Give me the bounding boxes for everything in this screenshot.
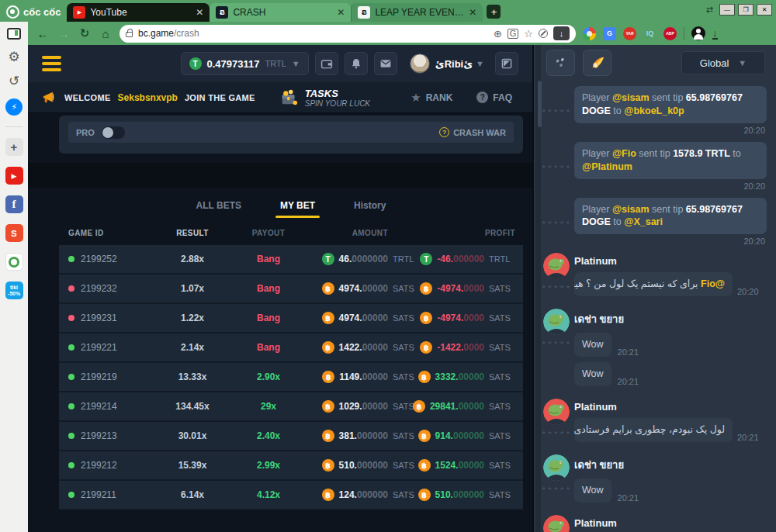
pro-toggle[interactable]	[102, 126, 125, 139]
balance-selector[interactable]: T 0.47973117 TRTL ▼	[181, 52, 309, 75]
table-row[interactable]: 21992522.88xBangT46.0000000TRTLT-46.0000…	[59, 245, 523, 275]
translate-icon[interactable]: G	[508, 29, 519, 39]
chat-bubble[interactable]: @Fio برای که نیستم یک لول من ؟ هیجی tip …	[574, 272, 733, 296]
tab-crash-active[interactable]: Ƀ CRASH ✕	[210, 3, 351, 22]
welcome-player-name[interactable]: Seksbsnxvpb	[118, 92, 178, 103]
table-row[interactable]: 2199214134.45x29x฿1029.00000SATS฿29841.0…	[59, 392, 523, 422]
iq-extension-icon[interactable]: IQ	[643, 27, 656, 40]
user-avatar[interactable]	[543, 309, 570, 335]
table-row[interactable]: 21992116.14x4.12x฿124.000000SATS฿510.000…	[59, 481, 523, 510]
youtube-shortcut-icon[interactable]: ▶	[5, 167, 23, 185]
mention-user[interactable]: @Fio	[701, 278, 725, 289]
url-text[interactable]: bc.game/crash	[138, 28, 488, 39]
address-bar[interactable]: bc.game/crash ⊕ G ☆ ↓	[120, 25, 576, 43]
settings-gear-icon[interactable]: ⚙	[8, 50, 19, 64]
chat-username[interactable]: Platinum	[574, 255, 767, 267]
value-amt: 1029.00000	[339, 401, 388, 412]
currency-label: SATS	[489, 284, 515, 293]
user-avatar[interactable]	[543, 515, 570, 532]
table-row[interactable]: 219921330.01x2.40x฿381.000000SATS฿914.00…	[59, 422, 523, 451]
crash-war-link[interactable]: ? CRASH WAR	[439, 127, 506, 137]
game-panel-bottom: PRO ? CRASH WAR	[59, 116, 523, 154]
value-amt: 510.000000	[339, 460, 388, 471]
download-bar-button[interactable]: ↓	[553, 26, 570, 40]
mail-button[interactable]	[374, 52, 397, 75]
chat-username[interactable]: Platinum	[574, 401, 767, 413]
profile-icon[interactable]	[691, 26, 705, 40]
forward-button[interactable]: →	[57, 27, 71, 40]
chat-scrollbar-thumb[interactable]	[538, 81, 542, 127]
tab-close-icon[interactable]: ✕	[196, 7, 203, 18]
yar-extension-icon[interactable]: YAR	[623, 27, 636, 40]
chat-username[interactable]: เดช่า ขยาย	[574, 311, 767, 327]
tip-bubble[interactable]: Player @sisam sent tip 65.98769767 DOGE …	[574, 198, 767, 235]
downloads-icon[interactable]: ↓	[712, 28, 718, 40]
close-button[interactable]: ✕	[757, 4, 772, 16]
svg-text:฿: ฿	[594, 63, 597, 67]
chat-bubble[interactable]: Wow	[574, 333, 611, 357]
table-row[interactable]: 219921913.33x2.90x฿1149.00000SATS฿3332.0…	[59, 363, 523, 392]
tab-all-bets[interactable]: ALL BETS	[192, 191, 246, 218]
browser-colors-extension-icon[interactable]	[583, 27, 596, 40]
tab-my-bet[interactable]: MY BET	[275, 191, 320, 218]
chat-bubble[interactable]: لول یک نبودم، چطوری برایم فرستادی؟ @Fio	[574, 418, 733, 442]
table-row[interactable]: 21992311.22xBang฿4974.00000SATS฿-4974.00…	[59, 304, 523, 333]
notifications-button[interactable]	[345, 52, 368, 75]
history-icon[interactable]: ↺	[9, 74, 19, 88]
trtl-coin-icon: T	[420, 253, 432, 265]
user-avatar[interactable]	[543, 454, 570, 481]
facebook-shortcut-icon[interactable]: f	[5, 195, 23, 213]
profit-cell: ฿510.000000SATS	[419, 489, 515, 501]
chat-toggle-button[interactable]	[495, 52, 518, 75]
user-avatar[interactable]	[410, 54, 430, 74]
plus-circle-icon[interactable]: ⊕	[494, 29, 502, 39]
hamburger-menu-icon[interactable]	[42, 56, 61, 71]
shopee-shortcut-icon[interactable]: S	[5, 224, 23, 242]
table-row[interactable]: 21992212.14xBang฿1422.00000SATS฿-1422.00…	[59, 333, 523, 363]
crash-war-help-icon: ?	[439, 127, 449, 137]
coccoc-shortcut-icon[interactable]	[5, 253, 23, 271]
coin-rain-button[interactable]	[546, 50, 575, 76]
back-button[interactable]: ←	[36, 27, 50, 40]
reload-button[interactable]: ↻	[78, 26, 92, 40]
home-button[interactable]: ⌂	[99, 27, 113, 40]
user-avatar[interactable]	[543, 253, 570, 279]
tip-bubble[interactable]: Player @sisam sent tip 65.98769767 DOGE …	[574, 86, 767, 123]
tab-youtube[interactable]: ▶ YouTube ✕	[67, 3, 210, 22]
tab-close-icon[interactable]: ✕	[469, 7, 476, 18]
browser-sidebar: ⚙ ↺ ⚡ + ▶ f S tiki-50%	[0, 22, 28, 532]
new-tab-button[interactable]: +	[487, 5, 501, 19]
maximize-button[interactable]: ❐	[738, 4, 753, 16]
tab-history[interactable]: History	[349, 191, 390, 218]
shield-block-icon[interactable]	[539, 29, 548, 38]
messenger-icon[interactable]: ⚡	[5, 98, 23, 116]
chat-bubble[interactable]: Wow	[574, 362, 611, 386]
tip-bubble[interactable]: Player @Fio sent tip 1578.9 TRTL to @Pla…	[574, 142, 767, 179]
wallet-button[interactable]	[315, 52, 338, 75]
sidebar-toggle-icon[interactable]	[7, 28, 21, 40]
table-row[interactable]: 21992321.07xBang฿4974.00000SATS฿-4974.00…	[59, 275, 523, 304]
minimize-button[interactable]: —	[719, 4, 735, 16]
chevron-down-icon: ▼	[476, 59, 484, 68]
abp-extension-icon[interactable]: ABP	[663, 27, 677, 40]
table-row[interactable]: 219921215.39x2.99x฿510.000000SATS฿1524.0…	[59, 451, 523, 481]
tab-close-icon[interactable]: ✕	[337, 7, 345, 18]
tab-arrange-icon[interactable]: ⇄	[706, 5, 713, 15]
faq-link[interactable]: ? FAQ	[476, 92, 512, 103]
translate-extension-icon[interactable]: G	[603, 27, 616, 40]
user-avatar[interactable]	[543, 399, 570, 425]
chat-username[interactable]: เดช่า ขยาย	[574, 457, 767, 473]
coccoc-brand[interactable]: cốc cốc	[0, 5, 67, 22]
chat-scrollbar[interactable]	[535, 45, 541, 532]
rank-link[interactable]: ★ RANK	[411, 91, 452, 105]
fireball-tip-button[interactable]: ฿	[583, 50, 611, 76]
chat-username[interactable]: Platinum	[574, 517, 767, 529]
tab-leap-year-event[interactable]: Ƀ LEAP YEAR EVENT - □Event - ✕	[351, 3, 483, 22]
tasks-entry[interactable]: TASKS SPIN YOUR LUCK	[279, 88, 370, 108]
chat-bubble[interactable]: Wow	[574, 478, 611, 503]
tiki-shortcut-icon[interactable]: tiki-50%	[5, 282, 23, 299]
bookmark-star-icon[interactable]: ☆	[524, 29, 533, 39]
add-shortcut-button[interactable]: +	[5, 138, 23, 156]
chat-channel-select[interactable]: Global ▼	[681, 51, 765, 74]
sats-coin-icon: ฿	[322, 312, 334, 324]
